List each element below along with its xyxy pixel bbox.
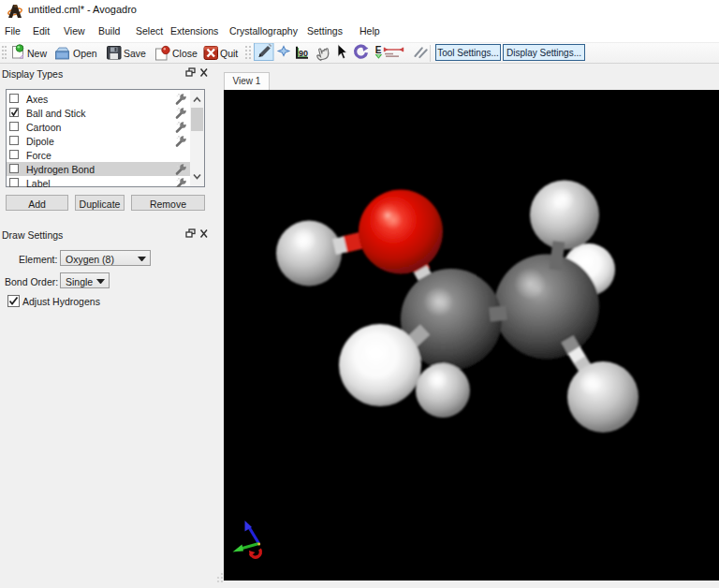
svg-text:E: E — [375, 45, 382, 55]
svg-text:90: 90 — [299, 49, 308, 58]
